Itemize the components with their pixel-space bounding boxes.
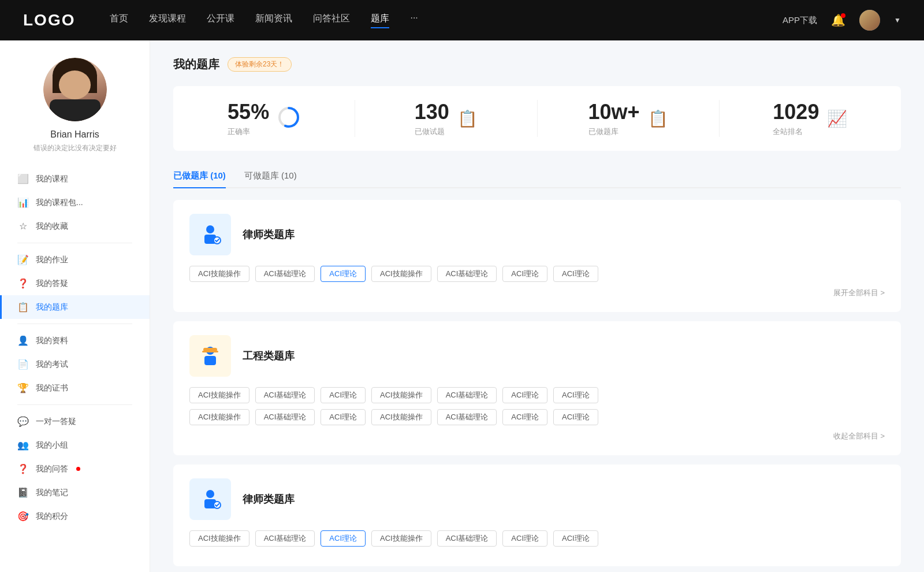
tag-aci-theory-2[interactable]: ACI理论 (502, 266, 547, 282)
tag-aci-basic-theory-1[interactable]: ACI基础理论 (255, 266, 315, 282)
stat-done-questions: 130 已做试题 📋 (355, 100, 537, 137)
sidebar-item-label: 我的证书 (36, 383, 68, 393)
sidebar-item-my-courses[interactable]: ⬜ 我的课程 (0, 167, 150, 191)
tag-l2-aci-skill-1[interactable]: ACI技能操作 (189, 530, 249, 547)
sidebar-item-my-group[interactable]: 👥 我的小组 (0, 433, 150, 457)
qbank-icon-engineer (189, 335, 231, 377)
ranking-icon: 📈 (827, 109, 847, 128)
avatar-image (859, 10, 880, 31)
stat-done-banks-label: 已做题库 (588, 127, 640, 137)
sidebar-item-label: 我的收藏 (36, 221, 68, 232)
sidebar-item-my-notes[interactable]: 📓 我的笔记 (0, 481, 150, 504)
my-questions-icon: ❓ (17, 463, 29, 474)
nav-more[interactable]: ··· (410, 13, 418, 28)
sidebar-item-label: 我的积分 (36, 511, 68, 522)
qbank-tags-row2-2: ACI技能操作 ACI基础理论 ACI理论 ACI技能操作 ACI基础理论 AC… (189, 409, 885, 425)
stat-done-questions-label: 已做试题 (415, 127, 449, 137)
tag-aci-theory-1-active[interactable]: ACI理论 (321, 266, 366, 282)
tag-e2-aci-theory-1[interactable]: ACI理论 (321, 409, 366, 425)
question-notification-dot (76, 467, 80, 471)
expand-link-2[interactable]: 收起全部科目 > (189, 431, 885, 441)
user-avatar-nav[interactable] (859, 10, 880, 31)
tag-e-aci-skill-2[interactable]: ACI技能操作 (371, 387, 431, 403)
bell-icon[interactable]: 🔔 (831, 13, 845, 27)
sidebar-item-my-qa[interactable]: ❓ 我的答疑 (0, 272, 150, 295)
tag-e-aci-skill-1[interactable]: ACI技能操作 (189, 387, 249, 403)
qbank-card-engineer: 工程类题库 ACI技能操作 ACI基础理论 ACI理论 ACI技能操作 ACI基… (173, 321, 901, 455)
nav-question-bank[interactable]: 题库 (371, 13, 389, 28)
tag-l2-aci-theory-active[interactable]: ACI理论 (321, 530, 366, 547)
sidebar-item-label: 我的笔记 (36, 488, 68, 498)
sidebar-item-my-questions[interactable]: ❓ 我的问答 (0, 457, 150, 481)
sidebar-item-label: 我的资料 (36, 336, 68, 346)
stat-done-banks: 10w+ 已做题库 📋 (538, 100, 720, 137)
tag-l2-aci-basic-1[interactable]: ACI基础理论 (255, 530, 315, 547)
sidebar-item-my-profile[interactable]: 👤 我的资料 (0, 329, 150, 352)
sidebar-item-my-exam[interactable]: 📄 我的考试 (0, 352, 150, 376)
tab-available-banks[interactable]: 可做题库 (10) (244, 165, 297, 187)
sidebar-item-my-certificate[interactable]: 🏆 我的证书 (0, 376, 150, 400)
qbank-header-1: 律师类题库 (189, 214, 885, 255)
expand-link-1[interactable]: 展开全部科目 > (189, 288, 885, 298)
tag-e-aci-theory-2[interactable]: ACI理论 (502, 387, 547, 403)
nav-qa[interactable]: 问答社区 (313, 13, 350, 28)
tag-e-aci-theory-3[interactable]: ACI理论 (553, 387, 598, 403)
sidebar-item-my-homework[interactable]: 📝 我的作业 (0, 248, 150, 272)
tag-l2-aci-theory-3[interactable]: ACI理论 (553, 530, 598, 547)
topnav-right: APP下载 🔔 ▼ (783, 10, 901, 31)
tag-e-aci-basic-2[interactable]: ACI基础理论 (437, 387, 497, 403)
sidebar-divider-1 (17, 243, 132, 243)
stat-accuracy: 55% 正确率 (173, 100, 355, 137)
tag-aci-skill-op-2[interactable]: ACI技能操作 (371, 266, 431, 282)
qbank-tags-3: ACI技能操作 ACI基础理论 ACI理论 ACI技能操作 ACI基础理论 AC… (189, 530, 885, 547)
sidebar-item-my-question-bank[interactable]: 📋 我的题库 (0, 295, 150, 319)
stat-done-questions-value: 130 (415, 100, 449, 124)
chevron-down-icon[interactable]: ▼ (894, 16, 901, 24)
tag-e2-aci-skill-1[interactable]: ACI技能操作 (189, 409, 249, 425)
tag-e2-aci-theory-3[interactable]: ACI理论 (553, 409, 598, 425)
qbank-icon-lawyer (189, 214, 231, 255)
tag-e-aci-theory-1[interactable]: ACI理论 (321, 387, 366, 403)
sidebar-item-one-on-one[interactable]: 💬 一对一答疑 (0, 410, 150, 433)
qbank-card-lawyer-2: 律师类题库 ACI技能操作 ACI基础理论 ACI理论 ACI技能操作 ACI基… (173, 465, 901, 566)
tag-aci-skill-op-1[interactable]: ACI技能操作 (189, 266, 249, 282)
one-on-one-icon: 💬 (17, 416, 29, 427)
my-qbank-icon: 📋 (17, 302, 29, 313)
tag-l2-aci-basic-2[interactable]: ACI基础理论 (437, 530, 497, 547)
tag-l2-aci-skill-2[interactable]: ACI技能操作 (371, 530, 431, 547)
done-banks-icon: 📋 (648, 109, 668, 128)
tag-l2-aci-theory-2[interactable]: ACI理论 (502, 530, 547, 547)
my-cert-icon: 🏆 (17, 382, 29, 393)
sidebar-motto: 错误的决定比没有决定要好 (33, 143, 117, 153)
tab-done-banks[interactable]: 已做题库 (10) (173, 165, 226, 187)
tag-e2-aci-basic-2[interactable]: ACI基础理论 (437, 409, 497, 425)
app-download-button[interactable]: APP下载 (783, 15, 817, 26)
sidebar-item-my-packages[interactable]: 📊 我的课程包... (0, 191, 150, 214)
topnav: LOGO 首页 发现课程 公开课 新闻资讯 问答社区 题库 ··· APP下载 … (0, 0, 924, 40)
tag-aci-basic-theory-2[interactable]: ACI基础理论 (437, 266, 497, 282)
nav-discover[interactable]: 发现课程 (149, 13, 186, 28)
nav-links: 首页 发现课程 公开课 新闻资讯 问答社区 题库 ··· (110, 13, 759, 28)
tag-e2-aci-basic-1[interactable]: ACI基础理论 (255, 409, 315, 425)
sidebar-item-label: 我的课程包... (36, 198, 83, 208)
stat-done-questions-left: 130 已做试题 (415, 100, 449, 137)
nav-home[interactable]: 首页 (110, 13, 128, 28)
stat-ranking-left: 1029 全站排名 (773, 100, 819, 137)
nav-open-course[interactable]: 公开课 (207, 13, 234, 28)
svg-point-2 (206, 225, 214, 233)
sidebar-item-my-points[interactable]: 🎯 我的积分 (0, 504, 150, 528)
bell-notification-dot (841, 13, 845, 18)
sidebar-item-my-favorites[interactable]: ☆ 我的收藏 (0, 214, 150, 238)
tag-e2-aci-theory-2[interactable]: ACI理论 (502, 409, 547, 425)
tag-aci-theory-3[interactable]: ACI理论 (553, 266, 598, 282)
sidebar-menu: ⬜ 我的课程 📊 我的课程包... ☆ 我的收藏 📝 我的作业 ❓ 我的答疑 📋 (0, 167, 150, 528)
my-favorites-icon: ☆ (17, 221, 29, 232)
stat-ranking-label: 全站排名 (773, 127, 819, 137)
main-content: 我的题库 体验剩余23天！ 55% 正确率 130 (150, 40, 924, 572)
qbank-header-3: 律师类题库 (189, 478, 885, 520)
nav-news[interactable]: 新闻资讯 (255, 13, 292, 28)
sidebar-item-label: 我的作业 (36, 255, 68, 265)
tag-e2-aci-skill-2[interactable]: ACI技能操作 (371, 409, 431, 425)
tag-e-aci-basic-1[interactable]: ACI基础理论 (255, 387, 315, 403)
my-points-icon: 🎯 (17, 511, 29, 522)
